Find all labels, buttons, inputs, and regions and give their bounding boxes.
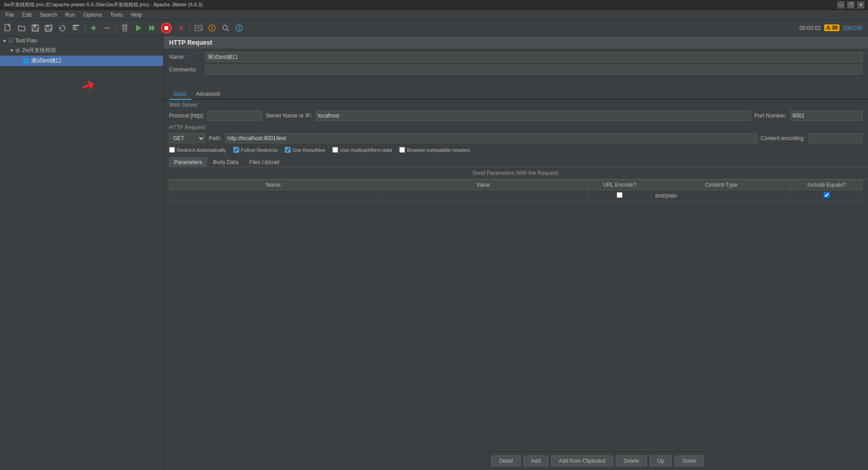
param-tab-files-upload[interactable]: Files Upload (244, 157, 284, 167)
function-helper-button[interactable]: f (206, 22, 218, 34)
url-encode-checkbox[interactable] (617, 192, 623, 198)
minimize-button[interactable]: — (837, 1, 844, 9)
menu-run[interactable]: Run (61, 11, 79, 19)
port-input[interactable] (790, 111, 863, 121)
menu-tools[interactable]: Tools (106, 11, 126, 19)
keepalive-checkbox-label[interactable]: Use KeepAlive (285, 147, 325, 153)
multipart-checkbox-label[interactable]: Use multipart/form-data (332, 147, 392, 153)
path-input[interactable] (225, 133, 757, 143)
name-label: Name: (169, 54, 205, 60)
bottom-buttons: Detail Add Add from Clipboard Delete Up … (327, 451, 868, 470)
col-value: Value (378, 180, 588, 190)
encoding-input[interactable] (808, 133, 863, 143)
save-all-button[interactable] (42, 22, 55, 34)
sidebar-item-label: 测试test接口 (31, 57, 61, 65)
menu-search[interactable]: Search (36, 11, 61, 19)
title-bar-controls: — ❐ ✕ (837, 1, 864, 9)
menu-help[interactable]: Help (127, 11, 146, 19)
save-button[interactable] (29, 22, 42, 34)
params-table-container: Name: Value URL Encode? Content-Type Inc… (164, 179, 868, 201)
templates-button[interactable] (70, 22, 82, 34)
name-row: Name: (169, 52, 863, 62)
clear-button[interactable] (118, 22, 131, 34)
content-area: HTTP Request Name: Comments: · · · Basic… (164, 36, 868, 201)
svg-text:?: ? (238, 25, 241, 31)
browser-headers-checkbox[interactable] (399, 147, 405, 153)
name-input[interactable] (205, 52, 863, 62)
clear-all-button[interactable] (192, 22, 205, 34)
stop-button[interactable] (159, 21, 174, 35)
expand-icon: ▼ (2, 38, 7, 43)
browser-headers-checkbox-label[interactable]: Browser-compatible headers (399, 147, 470, 153)
down-button[interactable]: Down (675, 456, 704, 466)
thread-count: 200/200 (843, 25, 863, 31)
restore-button[interactable]: ❐ (847, 1, 854, 9)
param-tab-parameters[interactable]: Parameters (169, 157, 207, 167)
svg-marker-11 (149, 25, 152, 31)
menu-options[interactable]: Options (80, 11, 105, 19)
svg-rect-0 (5, 24, 10, 31)
comments-input[interactable] (205, 65, 863, 75)
remove-button[interactable] (101, 22, 113, 34)
help-button[interactable]: ? (233, 22, 245, 34)
cell-value[interactable] (378, 190, 588, 201)
server-label: Server Name or IP: (265, 113, 312, 119)
add-from-clipboard-button[interactable]: Add from Clipboard (551, 456, 613, 466)
menu-file[interactable]: File (2, 11, 18, 19)
redirect-checkbox[interactable] (169, 147, 175, 153)
menu-edit[interactable]: Edit (19, 11, 35, 19)
close-button[interactable]: ✕ (857, 1, 864, 9)
tab-basic[interactable]: Basic (169, 89, 191, 100)
server-input[interactable] (316, 111, 751, 121)
new-button[interactable] (2, 22, 14, 34)
follow-checkbox-label[interactable]: Follow Redirects (233, 147, 278, 153)
checkboxes-row: Redirect Automatically Follow Redirects … (164, 145, 868, 155)
svg-point-19 (223, 25, 227, 30)
svg-text:f: f (211, 26, 213, 31)
path-label: Path: (209, 135, 222, 141)
web-server-row: Protocol [http]: Server Name or IP: Port… (164, 109, 868, 122)
start-no-pause-button[interactable] (146, 22, 158, 34)
cell-url-encode[interactable] (588, 190, 651, 201)
include-equals-checkbox[interactable] (824, 192, 830, 198)
keepalive-label: Use KeepAlive (292, 147, 325, 153)
method-select[interactable]: GET POST PUT DELETE PATCH HEAD OPTIONS (169, 133, 205, 143)
encoding-label: Content encoding: (761, 135, 805, 141)
toolbar-sep-2 (116, 24, 116, 33)
tab-advanced[interactable]: Advanced (191, 89, 224, 100)
svg-rect-8 (73, 27, 76, 28)
search-button[interactable] (219, 22, 232, 34)
add-param-button[interactable]: Add (524, 456, 548, 466)
open-button[interactable] (15, 22, 28, 34)
comments-row: Comments: (169, 65, 863, 75)
delete-button[interactable]: Delete (616, 456, 647, 466)
add-button[interactable] (87, 22, 100, 34)
svg-rect-14 (165, 26, 168, 30)
shutdown-button[interactable]: ✕ (175, 22, 187, 34)
table-row: text/plain (170, 190, 863, 201)
param-tab-body-data[interactable]: Body Data (208, 157, 243, 167)
protocol-label: Protocol [http]: (169, 113, 204, 119)
multipart-checkbox[interactable] (332, 147, 338, 153)
toolbar-sep-1 (85, 24, 85, 33)
detail-button[interactable]: Detail (491, 456, 521, 466)
protocol-input[interactable] (208, 111, 262, 121)
sidebar-item-thread-group[interactable]: ▼ ⚙ 2w开发线程组 (0, 45, 163, 56)
sidebar-item-sampler[interactable]: 🌐 测试test接口 (0, 56, 163, 66)
svg-marker-12 (152, 25, 155, 31)
sidebar-item-test-plan[interactable]: ▼ ☑ Test Plan (0, 36, 163, 45)
cell-name[interactable] (170, 190, 379, 201)
name-section: Name: Comments: (164, 49, 868, 80)
toolbar: ✕ f ? 00:00:02 ⚠ 30 200/200 (0, 20, 868, 36)
revert-button[interactable] (56, 22, 69, 34)
timer-area: 00:00:02 ⚠ 30 200/200 (800, 24, 866, 31)
run-button[interactable] (132, 22, 145, 34)
cell-include-equals[interactable] (791, 190, 862, 201)
follow-checkbox[interactable] (233, 147, 239, 153)
keepalive-checkbox[interactable] (285, 147, 291, 153)
expand-icon: ▼ (9, 48, 14, 53)
up-button[interactable]: Up (650, 456, 672, 466)
redirect-checkbox-label[interactable]: Redirect Automatically (169, 147, 226, 153)
cell-content-type: text/plain (651, 190, 791, 201)
sidebar-item-label: Test Plan (15, 38, 37, 44)
